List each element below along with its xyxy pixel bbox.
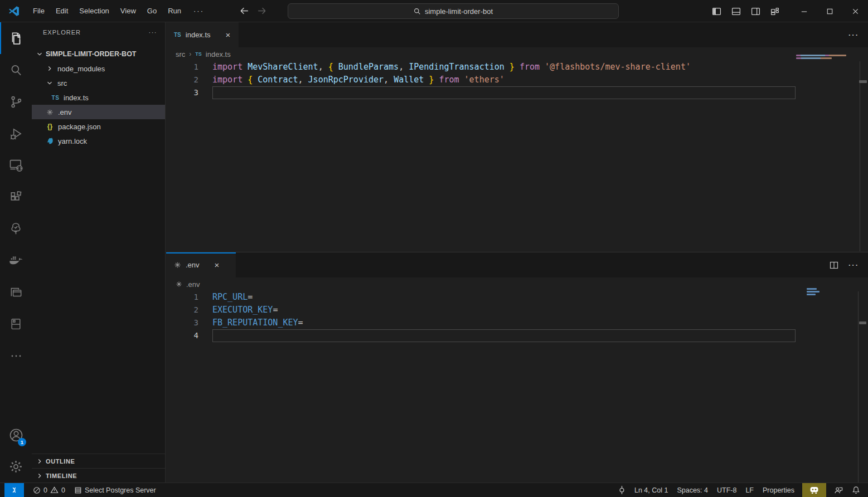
tree-item-package-json[interactable]: {} package.json <box>32 119 165 134</box>
customize-layout-icon[interactable] <box>768 4 782 18</box>
file-label: index.ts <box>64 94 89 102</box>
menu-view[interactable]: View <box>115 0 142 22</box>
line-number: 3 <box>166 316 198 329</box>
copilot-status[interactable] <box>802 483 826 497</box>
toggle-panel-icon[interactable] <box>729 4 743 18</box>
toggle-primary-sidebar-icon[interactable] <box>710 4 724 18</box>
code-line-content[interactable]: EXECUTOR_KEY= <box>212 304 796 316</box>
tree-item-src[interactable]: src <box>32 76 165 90</box>
split-editor-icon[interactable] <box>830 261 838 270</box>
tab-bar: TS index.ts × ··· <box>166 22 868 47</box>
indentation[interactable]: Spaces: 4 <box>672 483 712 497</box>
minimap[interactable] <box>796 55 852 60</box>
cursor-position[interactable]: Ln 4, Col 1 <box>630 483 672 497</box>
code-editor-env[interactable]: 1RPC_URL=2EXECUTOR_KEY=3FB_REPUTATION_KE… <box>166 291 868 483</box>
eol-sequence[interactable]: LF <box>741 483 758 497</box>
tree-item-index-ts[interactable]: TS index.ts <box>32 90 165 105</box>
ports-indicator[interactable] <box>614 483 630 497</box>
tab-env[interactable]: .env × <box>166 252 236 277</box>
close-tab-icon[interactable]: × <box>213 260 221 270</box>
scrollbar-thumb[interactable] <box>859 80 867 83</box>
tree-item-node-modules[interactable]: node_modules <box>32 61 165 76</box>
menu-run[interactable]: Run <box>162 0 187 22</box>
explorer-more-actions[interactable]: ··· <box>149 29 158 36</box>
search-activity-button[interactable] <box>0 54 32 86</box>
notifications-indicator[interactable] <box>847 483 865 497</box>
code-line-content[interactable] <box>212 86 796 99</box>
postgres-server-status[interactable]: Select Postgres Server <box>70 483 161 497</box>
code-line[interactable]: 4 <box>166 329 868 342</box>
menu-edit[interactable]: Edit <box>50 0 74 22</box>
command-center-search[interactable]: simple-limit-order-bot <box>288 3 619 19</box>
run-debug-activity-button[interactable] <box>0 118 32 149</box>
minimap[interactable] <box>807 288 821 296</box>
breadcrumb[interactable]: src › TS index.ts <box>166 47 868 61</box>
explorer-activity-button[interactable] <box>0 22 32 54</box>
menu-selection[interactable]: Selection <box>74 0 114 22</box>
breadcrumb-env[interactable]: .env <box>186 280 200 289</box>
code-editor-index-ts[interactable]: 1import MevShareClient, { BundleParams, … <box>166 61 868 251</box>
remote-explorer-activity-button[interactable] <box>0 149 32 181</box>
extensions-activity-button[interactable] <box>0 181 32 213</box>
source-control-activity-button[interactable] <box>0 86 32 118</box>
vscode-logo-icon <box>8 5 20 17</box>
close-tab-icon[interactable]: × <box>224 30 232 40</box>
root-folder-label: SIMPLE-LIMIT-ORDER-BOT <box>46 50 137 58</box>
back-arrow-icon[interactable] <box>240 6 249 16</box>
testing-activity-button[interactable] <box>0 213 32 245</box>
minimize-button[interactable] <box>791 0 817 22</box>
code-line[interactable]: 1import MevShareClient, { BundleParams, … <box>166 61 868 74</box>
problems-indicator[interactable]: 0 0 <box>28 483 70 497</box>
breadcrumb-index-ts[interactable]: index.ts <box>206 50 231 59</box>
editor-area: TS index.ts × ··· src › TS index.ts 1imp… <box>166 22 868 483</box>
code-line[interactable]: 2import { Contract, JsonRpcProvider, Wal… <box>166 74 868 86</box>
more-actions-icon[interactable]: ··· <box>848 261 859 269</box>
cursor-label: Ln 4, Col 1 <box>634 486 668 494</box>
scrollbar-track <box>860 61 860 251</box>
language-mode[interactable]: Properties <box>758 483 799 497</box>
accounts-button[interactable]: 1 <box>0 419 32 451</box>
menu-go[interactable]: Go <box>142 0 162 22</box>
titlebar-right <box>710 0 868 22</box>
feedback-indicator[interactable] <box>830 483 847 497</box>
code-line-content[interactable]: import MevShareClient, { BundleParams, I… <box>212 61 796 74</box>
tree-item-yarn-lock[interactable]: yarn.lock <box>32 134 165 148</box>
ellipsis-icon <box>9 349 23 363</box>
code-line-content[interactable] <box>212 329 796 342</box>
forward-arrow-icon[interactable] <box>257 6 266 16</box>
scrollbar-thumb[interactable] <box>859 321 866 324</box>
breadcrumb-src[interactable]: src <box>176 50 185 59</box>
code-line-content[interactable]: import { Contract, JsonRpcProvider, Wall… <box>212 74 796 86</box>
outline-section[interactable]: OUTLINE <box>32 454 165 468</box>
file-label: package.json <box>58 123 101 131</box>
tab-index-ts[interactable]: TS index.ts × <box>166 22 239 47</box>
code-line[interactable]: 1RPC_URL= <box>166 291 868 304</box>
chevron-right-icon: › <box>189 50 191 58</box>
line-number: 3 <box>166 86 198 99</box>
breadcrumb[interactable]: .env <box>166 277 868 291</box>
remote-indicator[interactable] <box>4 483 24 497</box>
notebook-activity-button[interactable] <box>0 308 32 340</box>
code-line[interactable]: 3 <box>166 86 868 99</box>
menu-file[interactable]: File <box>27 0 50 22</box>
minimap-line <box>796 57 832 59</box>
menu-overflow[interactable]: ··· <box>187 0 211 22</box>
code-line-content[interactable]: RPC_URL= <box>212 291 796 304</box>
tree-item-env[interactable]: .env <box>32 105 165 119</box>
tree-root-folder[interactable]: SIMPLE-LIMIT-ORDER-BOT <box>32 47 165 61</box>
settings-button[interactable] <box>0 451 32 483</box>
maximize-button[interactable] <box>817 0 842 22</box>
code-line[interactable]: 3FB_REPUTATION_KEY= <box>166 316 868 329</box>
more-actions-icon[interactable]: ··· <box>848 31 859 39</box>
docker-activity-button[interactable] <box>0 245 32 276</box>
code-line[interactable]: 2EXECUTOR_KEY= <box>166 304 868 316</box>
code-line-content[interactable]: FB_REPUTATION_KEY= <box>212 316 796 329</box>
encoding[interactable]: UTF-8 <box>712 483 741 497</box>
toggle-secondary-sidebar-icon[interactable] <box>749 4 763 18</box>
activity-bar: 1 <box>0 22 32 483</box>
close-window-button[interactable] <box>842 0 868 22</box>
editor-windows-activity-button[interactable] <box>0 276 32 308</box>
more-views-button[interactable] <box>0 340 32 372</box>
test-tree-icon <box>8 221 23 236</box>
timeline-section[interactable]: TIMELINE <box>32 468 165 483</box>
